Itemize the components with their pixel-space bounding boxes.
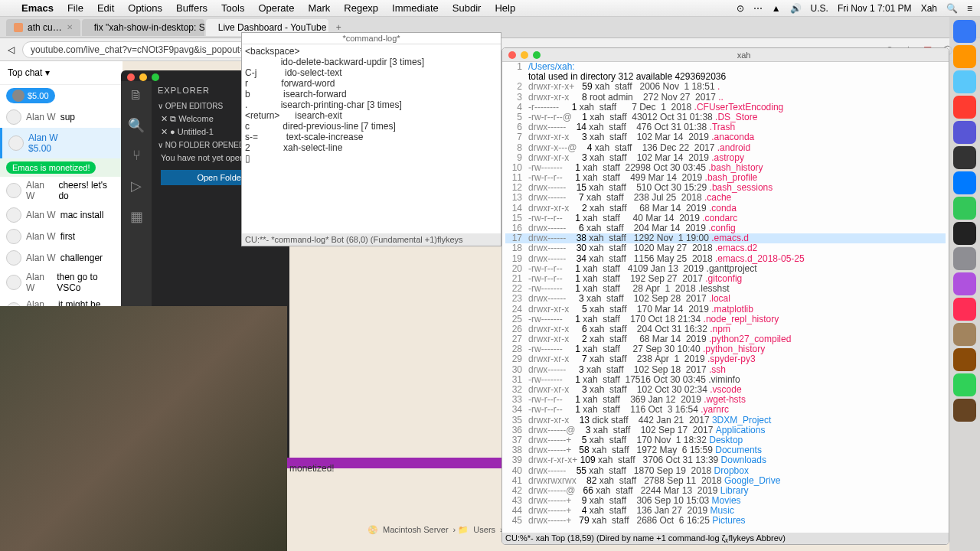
- menu-help[interactable]: Help: [495, 2, 515, 14]
- dired-row[interactable]: 20-rw-r--r-- 1 xah staff 4109 Jan 13 201…: [505, 264, 946, 274]
- menu-subdir[interactable]: Subdir: [452, 2, 482, 14]
- menu-mark[interactable]: Mark: [308, 2, 330, 14]
- emacs-dired: xah 1/Users/xah: total used in directory…: [501, 47, 949, 545]
- super-chat-chip[interactable]: $5.00: [6, 88, 55, 103]
- youtube-chat: Top chat ▾ $5.00 Alan W sup Alan W$5.00 …: [0, 61, 122, 306]
- dired-row[interactable]: 2drwxr-xr-x+ 59 xah staff 2006 Nov 1 18:…: [505, 82, 946, 92]
- mac-menubar: Emacs File Edit Options Buffers Tools Op…: [0, 0, 980, 17]
- dock-app-icon[interactable]: [953, 272, 976, 295]
- ext-icon[interactable]: ▦: [130, 208, 143, 225]
- status-bt-icon[interactable]: ⋯: [753, 3, 763, 14]
- dock-app-icon[interactable]: [953, 20, 976, 43]
- browser-tab[interactable]: fix "xah-show-in-desktop: She…✕: [82, 19, 204, 36]
- debug-icon[interactable]: ▷: [131, 178, 142, 194]
- dired-row[interactable]: 23drwx------ 3 xah staff 102 Sep 28 2017…: [505, 294, 946, 304]
- dired-row[interactable]: 25-rw------- 1 xah staff 170 Oct 18 21:3…: [505, 315, 946, 324]
- dired-row[interactable]: 34-rw-r--r-- 1 xah staff 116 Oct 3 16:54…: [505, 405, 946, 415]
- chat-message: Alan W cheers! let's do: [0, 177, 122, 204]
- dired-row[interactable]: 7drwxr-xr-x 3 xah staff 102 Mar 14 2019 …: [505, 132, 946, 142]
- min-icon[interactable]: [521, 51, 528, 59]
- status-menu-icon[interactable]: ≡: [967, 3, 972, 14]
- chevron-down-icon[interactable]: ▾: [45, 67, 50, 78]
- status-time[interactable]: Fri Nov 1 7:01 PM: [838, 3, 912, 14]
- dired-row[interactable]: 30drwx------ 3 xah staff 102 Sep 18 2017…: [505, 365, 946, 375]
- cmdlog-title: *command-log*: [242, 33, 501, 44]
- menu-app[interactable]: Emacs: [21, 2, 54, 14]
- files-icon[interactable]: 🗎: [129, 87, 143, 103]
- dock-app-icon[interactable]: [953, 247, 976, 270]
- chat-message: Alan W it might be fast!: [0, 296, 122, 306]
- dock-app-icon[interactable]: [953, 96, 976, 119]
- dock-app-icon[interactable]: [953, 121, 976, 144]
- dired-row[interactable]: 39drwx-r-xr-x+ 109 xah staff 3706 Oct 31…: [505, 455, 946, 465]
- menu-options[interactable]: Options: [128, 2, 162, 14]
- dired-modeline: CU:%*- xah Top (18,59) (Dired by name +1…: [502, 533, 949, 544]
- dock-app-icon[interactable]: [953, 323, 976, 346]
- status-battery-icon[interactable]: ▲: [772, 3, 781, 14]
- status-user[interactable]: Xah: [921, 3, 937, 14]
- chat-header[interactable]: Top chat: [8, 67, 42, 78]
- git-icon[interactable]: ⑂: [132, 148, 141, 164]
- avatar: [6, 109, 21, 125]
- super-chat[interactable]: Alan W$5.00: [0, 128, 122, 158]
- dock-app-icon[interactable]: [953, 197, 976, 220]
- min-icon[interactable]: [139, 73, 147, 81]
- dired-row[interactable]: 19drwx------ 34 xah staff 1156 May 25 20…: [505, 254, 946, 264]
- max-icon[interactable]: [152, 73, 159, 81]
- dired-row[interactable]: 41drwxrwxrwx 82 xah staff 2788 Sep 11 20…: [505, 476, 946, 486]
- dired-row[interactable]: 35drwxr-xr-x 13 dick staff 442 Jan 21 20…: [505, 416, 946, 425]
- dock-app-icon[interactable]: [953, 298, 976, 321]
- dired-row[interactable]: 29drwxr-xr-x 7 xah staff 238 Apr 1 2019 …: [505, 354, 946, 364]
- chat-message: Alan W first: [0, 226, 122, 247]
- close-icon[interactable]: [127, 73, 135, 81]
- mac-dock: [949, 17, 980, 551]
- monetized-chip: Emacs is monetized!: [6, 161, 96, 174]
- search-icon[interactable]: 🔍: [128, 117, 145, 134]
- cmdlog-modeline: CU:**- *command-log* Bot (68,0) (Fundame…: [242, 233, 501, 246]
- chat-message: Alan W then go to VSCo: [0, 269, 122, 296]
- dired-row[interactable]: 3drwxr-xr-x 8 root admin 272 Nov 27 2017…: [505, 93, 946, 103]
- dired-row[interactable]: 8drwxr-x---@ 4 xah staff 136 Dec 22 2017…: [505, 143, 946, 153]
- dired-row[interactable]: 45drwx------+ 79 xah staff 2686 Oct 6 16…: [505, 516, 946, 526]
- new-tab-button[interactable]: +: [330, 22, 348, 33]
- dock-app-icon[interactable]: [953, 70, 976, 93]
- dired-row[interactable]: 13drwx------ 7 xah staff 238 Jul 25 2018…: [505, 193, 946, 203]
- menu-file[interactable]: File: [67, 2, 83, 14]
- status-search-icon[interactable]: 🔍: [946, 3, 958, 14]
- dired-buffer[interactable]: 1/Users/xah: total used in directory 312…: [502, 62, 949, 527]
- dired-row[interactable]: 14drwxr-xr-x 2 xah staff 68 Mar 14 2019 …: [505, 204, 946, 214]
- dired-row[interactable]: 18drwx------ 30 xah staff 1020 May 27 20…: [505, 243, 946, 253]
- webcam-feed: [0, 306, 287, 551]
- term-title: xah: [545, 51, 942, 60]
- dock-app-icon[interactable]: [953, 222, 976, 245]
- browser-tab[interactable]: ath cu…✕: [6, 19, 80, 36]
- dock-app-icon[interactable]: [953, 146, 976, 169]
- max-icon[interactable]: [533, 51, 541, 59]
- chat-message: Alan W challenger: [0, 247, 122, 269]
- back-icon[interactable]: ◁: [8, 44, 15, 55]
- dock-app-icon[interactable]: [953, 171, 976, 194]
- status-vol-icon[interactable]: 🔊: [790, 3, 802, 14]
- close-icon[interactable]: [508, 51, 516, 59]
- status-flag[interactable]: U.S.: [811, 3, 828, 14]
- menu-immediate[interactable]: Immediate: [392, 2, 439, 14]
- dired-row[interactable]: 4-r-------- 1 xah staff 7 Dec 1 2018 .CF…: [505, 103, 946, 112]
- cmdlog-body[interactable]: <backspace> ido-delete-backward-updir [3…: [242, 44, 501, 165]
- dock-app-icon[interactable]: [953, 348, 976, 371]
- dock-app-icon[interactable]: [953, 399, 976, 422]
- chat-message: Alan W mac install: [0, 204, 122, 226]
- menu-edit[interactable]: Edit: [97, 2, 114, 14]
- emacs-command-log: *command-log* <backspace> ido-delete-bac…: [241, 32, 501, 246]
- dired-row[interactable]: 36drwx------@ 3 xah staff 102 Sep 17 201…: [505, 425, 946, 435]
- dired-row[interactable]: 40drwx------ 55 xah staff 1870 Sep 19 20…: [505, 466, 946, 476]
- dired-row[interactable]: 24drwxr-xr-x 5 xah staff 170 Mar 14 2019…: [505, 305, 946, 315]
- menu-regexp[interactable]: Regexp: [344, 2, 378, 14]
- menu-operate[interactable]: Operate: [258, 2, 294, 14]
- monetized-text: monetized!: [289, 463, 335, 474]
- status-wifi-icon[interactable]: ⊙: [737, 3, 744, 14]
- dock-app-icon[interactable]: [953, 373, 976, 396]
- dock-app-icon[interactable]: [953, 45, 976, 68]
- menu-tools[interactable]: Tools: [221, 2, 244, 14]
- menu-buffers[interactable]: Buffers: [176, 2, 207, 14]
- dired-row[interactable]: 9drwxr-xr-x 3 xah staff 102 Mar 14 2019 …: [505, 153, 946, 163]
